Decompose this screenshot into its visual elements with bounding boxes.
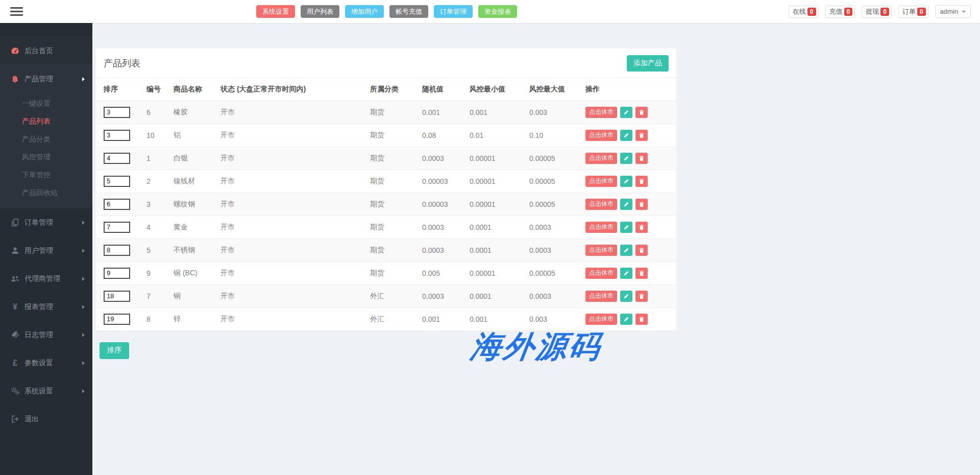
edit-button[interactable] [620, 291, 632, 302]
card-header: 产品列表 添加产品 [96, 49, 676, 78]
edit-button[interactable] [620, 314, 632, 325]
sidebar-item-1[interactable]: ฿产品管理 [0, 65, 92, 93]
cell-random: 0.001 [422, 307, 470, 330]
stat-label: 订单 [902, 7, 916, 16]
sort-input[interactable] [104, 107, 130, 118]
close-market-button[interactable]: 点击休市 [585, 314, 617, 325]
cell-risk-max: 0.003 [529, 101, 585, 124]
sidebar-item-3[interactable]: 用户管理 [0, 236, 92, 265]
edit-button[interactable] [620, 199, 632, 210]
nav-button-2[interactable]: 增加用户 [345, 5, 384, 18]
close-market-button[interactable]: 点击休市 [585, 222, 617, 233]
sort-input[interactable] [104, 291, 130, 302]
chevron-right-icon [82, 361, 85, 365]
sidebar-item-2[interactable]: 订单管理 [0, 208, 92, 236]
delete-button[interactable] [635, 199, 648, 210]
sidebar-subitem-1-3[interactable]: 风控管理 [0, 148, 92, 166]
sidebar-item-4[interactable]: 代理商管理 [0, 265, 92, 293]
stat-box-3[interactable]: 订单0 [898, 6, 928, 18]
cell-id: 2 [146, 170, 174, 193]
edit-button[interactable] [620, 245, 632, 256]
cell-status: 开市 [220, 147, 370, 170]
sidebar-item-8[interactable]: 系统设置 [0, 377, 92, 405]
sort-input[interactable] [104, 314, 130, 325]
hamburger-icon[interactable] [10, 7, 23, 18]
sidebar-item-5[interactable]: ¥报表管理 [0, 293, 92, 321]
sidebar-item-0[interactable]: 后台首页 [0, 37, 92, 65]
close-market-button[interactable]: 点击休市 [585, 291, 617, 302]
delete-button[interactable] [635, 153, 648, 164]
sidebar-subitem-1-2[interactable]: 产品分类 [0, 130, 92, 148]
sort-input[interactable] [104, 130, 130, 141]
user-icon [10, 246, 20, 255]
sidebar-item-7[interactable]: £参数设置 [0, 349, 92, 377]
sidebar: 后台首页฿产品管理一键设置产品列表产品分类风控管理下单管控产品回收站订单管理用户… [0, 23, 92, 475]
chevron-right-icon [82, 249, 85, 253]
cell-id: 1 [146, 147, 174, 170]
sidebar-submenu: 一键设置产品列表产品分类风控管理下单管控产品回收站 [0, 93, 92, 208]
sort-input[interactable] [104, 176, 130, 187]
close-market-button[interactable]: 点击休市 [585, 268, 617, 279]
stat-count-badge: 0 [917, 8, 926, 16]
admin-dropdown[interactable]: admin [935, 5, 971, 18]
stat-box-1[interactable]: 充值0 [825, 6, 855, 18]
delete-button[interactable] [635, 130, 648, 141]
delete-button[interactable] [635, 291, 648, 302]
sidebar-item-label: 日志管理 [24, 330, 82, 340]
column-header: 所属分类 [370, 78, 422, 101]
cell-status: 开市 [220, 101, 370, 124]
sidebar-item-6[interactable]: 日志管理 [0, 321, 92, 349]
sidebar-subitem-1-4[interactable]: 下单管控 [0, 166, 92, 184]
sidebar-item-label: 报表管理 [24, 302, 82, 312]
close-market-button[interactable]: 点击休市 [585, 176, 617, 187]
stat-label: 充值 [829, 7, 843, 16]
close-market-button[interactable]: 点击休市 [585, 199, 617, 210]
cell-risk-max: 0.0003 [529, 216, 585, 239]
delete-button[interactable] [635, 222, 648, 233]
stat-count-badge: 0 [880, 8, 889, 16]
edit-button[interactable] [620, 107, 632, 118]
cell-risk-min: 0.0001 [470, 239, 529, 262]
nav-button-1[interactable]: 用户列表 [301, 5, 339, 18]
stat-box-0[interactable]: 在线0 [789, 6, 819, 18]
edit-button[interactable] [620, 130, 632, 141]
edit-button[interactable] [620, 153, 632, 164]
cell-category: 外汇 [370, 307, 422, 330]
sidebar-subitem-1-0[interactable]: 一键设置 [0, 94, 92, 112]
sidebar-subitem-1-5[interactable]: 产品回收站 [0, 184, 92, 202]
sidebar-item-9[interactable]: 退出 [0, 405, 92, 433]
delete-button[interactable] [635, 245, 648, 256]
cell-risk-max: 0.00005 [529, 262, 585, 284]
sort-input[interactable] [104, 222, 130, 233]
stat-box-2[interactable]: 提现0 [862, 6, 892, 18]
delete-button[interactable] [635, 107, 648, 118]
nav-button-5[interactable]: 资金报表 [478, 5, 517, 18]
column-header: 随机值 [422, 78, 470, 101]
nav-button-4[interactable]: 订单管理 [434, 5, 473, 18]
sort-submit-button[interactable]: 排序 [100, 342, 129, 359]
cell-name: 铜 (BC) [174, 262, 220, 284]
yen-icon: ¥ [10, 302, 20, 312]
nav-button-0[interactable]: 系统设置 [256, 5, 295, 18]
close-market-button[interactable]: 点击休市 [585, 153, 617, 164]
orders-icon [10, 218, 20, 227]
delete-button[interactable] [635, 268, 648, 279]
delete-button[interactable] [635, 314, 648, 325]
sort-input[interactable] [104, 153, 130, 164]
edit-button[interactable] [620, 268, 632, 279]
delete-button[interactable] [635, 176, 648, 187]
cell-category: 期货 [370, 193, 422, 216]
edit-button[interactable] [620, 176, 632, 187]
close-market-button[interactable]: 点击休市 [585, 130, 617, 141]
sidebar-subitem-1-1[interactable]: 产品列表 [0, 112, 92, 130]
close-market-button[interactable]: 点击休市 [585, 107, 617, 118]
table-row: 8锌开市外汇0.0010.0010.003点击休市 [96, 307, 676, 330]
top-navbar: 系统设置用户列表增加用户帐号充值订单管理资金报表 在线0充值0提现0订单0 ad… [0, 0, 980, 23]
close-market-button[interactable]: 点击休市 [585, 245, 617, 256]
sort-input[interactable] [104, 268, 130, 279]
sort-input[interactable] [104, 245, 130, 256]
sort-input[interactable] [104, 199, 130, 210]
edit-button[interactable] [620, 222, 632, 233]
add-product-button[interactable]: 添加产品 [627, 55, 669, 72]
nav-button-3[interactable]: 帐号充值 [389, 5, 428, 18]
